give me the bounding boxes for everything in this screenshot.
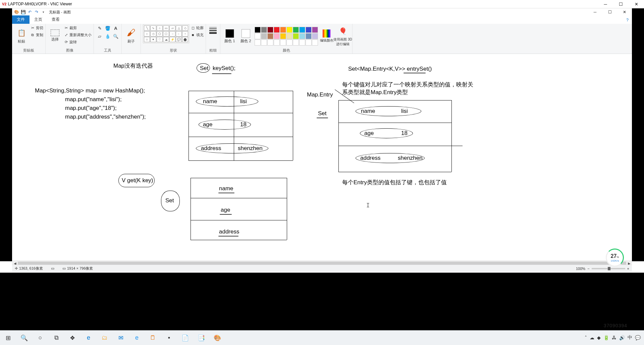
- palette-swatch[interactable]: [274, 27, 280, 33]
- vnc-minimize-button[interactable]: ─: [598, 0, 613, 8]
- search-button[interactable]: 🔍: [16, 331, 32, 345]
- edit-colors-button[interactable]: 编辑颜色: [319, 25, 334, 47]
- taskbar-ie[interactable]: e: [129, 331, 145, 345]
- color1-swatch: [225, 29, 234, 38]
- paint3d-button[interactable]: 🎈使用画图 3D 进行编辑: [335, 25, 350, 47]
- tray-volume-icon[interactable]: 🔊: [619, 335, 625, 340]
- taskbar-mail[interactable]: ✉: [113, 331, 129, 345]
- palette-swatch[interactable]: [255, 27, 261, 33]
- palette-swatch[interactable]: [280, 33, 286, 39]
- vnc-close-button[interactable]: ✕: [629, 0, 644, 8]
- palette-swatch[interactable]: [286, 33, 292, 39]
- palette-swatch[interactable]: [261, 27, 267, 33]
- text-tool[interactable]: A: [112, 24, 119, 32]
- help-icon[interactable]: ?: [623, 16, 632, 24]
- fill-tool[interactable]: 🪣: [104, 24, 111, 32]
- palette-swatch[interactable]: [267, 27, 273, 33]
- shape-outline-button[interactable]: ◻轮廓: [191, 24, 204, 31]
- palette-empty[interactable]: [255, 40, 261, 46]
- start-button[interactable]: ⊞: [0, 331, 16, 345]
- tray-battery-icon[interactable]: 🔋: [603, 335, 609, 340]
- palette-swatch[interactable]: [261, 33, 267, 39]
- tab-home[interactable]: 主页: [30, 15, 47, 24]
- palette-empty[interactable]: [312, 40, 318, 46]
- scissors-icon: ✂: [30, 26, 35, 30]
- color-palette[interactable]: [255, 27, 318, 46]
- tray-app-icon[interactable]: ◆: [597, 335, 601, 340]
- select-button[interactable]: 选择: [48, 24, 62, 47]
- palette-empty[interactable]: [261, 40, 267, 46]
- tray-notifications-icon[interactable]: 💬: [635, 335, 641, 340]
- tray-cloud-icon[interactable]: ☁: [590, 335, 594, 340]
- palette-swatch[interactable]: [267, 33, 273, 39]
- vnc-maximize-button[interactable]: ☐: [613, 0, 629, 8]
- tray-ime-icon[interactable]: 中: [628, 335, 632, 341]
- palette-swatch[interactable]: [312, 33, 318, 39]
- zoom-in-button[interactable]: +: [627, 267, 629, 271]
- speed-widget[interactable]: 27% 142K/s: [606, 249, 624, 267]
- palette-empty[interactable]: [293, 40, 299, 46]
- paste-button[interactable]: 📋 粘贴: [14, 24, 29, 47]
- qat-undo-button[interactable]: ↶: [27, 9, 33, 15]
- taskbar-app-6[interactable]: 🗒: [145, 331, 161, 345]
- shapes-gallery[interactable]: ╲∿○▭▱△◇ ○◇⬠⬡→←↑ ☆✦♡☁⚡💬⬤: [143, 24, 189, 43]
- size-button[interactable]: [208, 24, 218, 34]
- paint-close-button[interactable]: ✕: [617, 8, 632, 16]
- canvas[interactable]: Map没有迭代器 Map<String,String> map = new Ha…: [12, 54, 632, 261]
- qat-save-button[interactable]: 💾: [20, 9, 26, 15]
- resize-button[interactable]: ⤢重新调整大小: [64, 31, 92, 38]
- taskview-button[interactable]: ⧉: [48, 331, 64, 345]
- copy-button[interactable]: ⧉复制: [30, 31, 43, 38]
- palette-swatch[interactable]: [293, 33, 299, 39]
- palette-empty[interactable]: [274, 40, 280, 46]
- palette-swatch[interactable]: [306, 27, 312, 33]
- tray-chevron-icon[interactable]: ˄: [585, 335, 587, 340]
- palette-swatch[interactable]: [306, 33, 312, 39]
- palette-swatch[interactable]: [255, 33, 261, 39]
- paint-minimize-button[interactable]: ─: [588, 8, 602, 16]
- taskbar-edge[interactable]: e: [80, 331, 97, 345]
- taskbar-explorer[interactable]: 🗂: [97, 331, 113, 345]
- taskbar-app-1[interactable]: ❖: [64, 331, 80, 345]
- cortana-button[interactable]: ○: [32, 331, 48, 345]
- eraser-tool[interactable]: ▱: [96, 32, 103, 40]
- t3-v2: 18: [401, 130, 408, 137]
- taskbar-app-8[interactable]: 📄: [177, 331, 193, 345]
- palette-swatch[interactable]: [274, 33, 280, 39]
- speed-rate: 142K/s: [611, 259, 619, 262]
- palette-swatch[interactable]: [299, 27, 305, 33]
- pencil-tool[interactable]: ✎: [96, 24, 103, 32]
- rotate-button[interactable]: ⟳旋转: [64, 39, 92, 45]
- tab-file[interactable]: 文件: [12, 15, 30, 24]
- palette-swatch[interactable]: [293, 27, 299, 33]
- paint-maximize-button[interactable]: ☐: [602, 8, 617, 16]
- palette-empty[interactable]: [299, 40, 305, 46]
- picker-tool[interactable]: 💧: [104, 32, 111, 40]
- palette-empty[interactable]: [286, 40, 292, 46]
- palette-empty[interactable]: [306, 40, 312, 46]
- palette-empty[interactable]: [280, 40, 286, 46]
- tray-network-icon[interactable]: 🖧: [612, 335, 616, 340]
- zoom-out-button[interactable]: −: [587, 267, 589, 271]
- tab-view[interactable]: 查看: [47, 15, 64, 24]
- palette-empty[interactable]: [267, 40, 273, 46]
- qat-customize-button[interactable]: ▾: [40, 9, 46, 15]
- cut-button[interactable]: ✂剪切: [30, 24, 43, 31]
- shape-fill-button[interactable]: ■填充: [191, 31, 204, 38]
- crop-button[interactable]: ✂裁剪: [64, 24, 92, 31]
- qat-redo-button[interactable]: ↷: [34, 9, 40, 15]
- zoom-slider[interactable]: [592, 268, 625, 269]
- taskbar-cmd[interactable]: ▪: [161, 331, 177, 345]
- palette-swatch[interactable]: [280, 27, 286, 33]
- palette-swatch[interactable]: [312, 27, 318, 33]
- color2-button[interactable]: 颜色 2: [238, 25, 253, 47]
- brush-button[interactable]: 🖌刷子: [124, 24, 139, 47]
- t1-v1: lisi: [240, 98, 247, 105]
- palette-swatch[interactable]: [286, 27, 292, 33]
- taskbar-app-9[interactable]: 📑: [193, 331, 209, 345]
- taskbar-paint[interactable]: 🎨: [209, 331, 225, 345]
- palette-swatch[interactable]: [299, 33, 305, 39]
- color1-button[interactable]: 颜色 1: [222, 25, 237, 47]
- zoom-tool[interactable]: 🔍: [112, 32, 119, 40]
- edit-colors-icon: [323, 29, 331, 38]
